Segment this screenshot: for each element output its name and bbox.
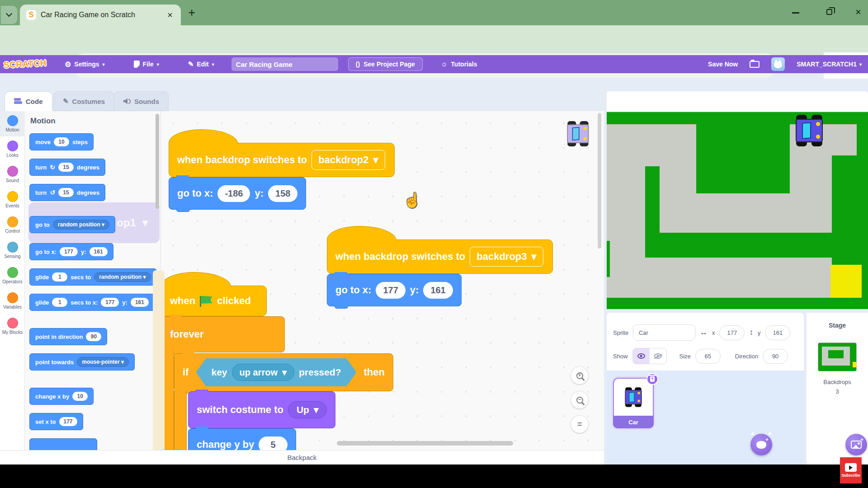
scratch-logo[interactable]: SCRATCH xyxy=(3,58,47,70)
palette-block[interactable]: glide1secs torandom position ▾ xyxy=(29,268,157,286)
tab-sounds[interactable]: Sounds xyxy=(114,91,169,111)
vertical-scrollbar[interactable] xyxy=(598,113,601,249)
block-input[interactable]: 1 xyxy=(52,298,67,307)
see-project-page-button[interactable]: () See Project Page xyxy=(348,57,423,71)
palette-block[interactable]: point towardsmouse-pointer ▾ xyxy=(29,353,135,371)
costume-dropdown[interactable]: Up▾ xyxy=(288,401,327,418)
block-input[interactable]: 177 xyxy=(101,298,119,307)
block-input[interactable]: 161 xyxy=(131,298,149,307)
minimize-button[interactable] xyxy=(792,12,799,14)
delete-sprite-button[interactable] xyxy=(646,373,658,385)
backdrop-dropdown[interactable]: backdrop3▾ xyxy=(470,247,543,267)
block-goto-xy-a[interactable]: go to x: -186 y: 158 xyxy=(169,177,306,210)
palette-block[interactable]: glide1secs to x:177y:161 xyxy=(29,294,155,311)
size-input[interactable]: 65 xyxy=(695,349,721,364)
block-when-flag-clicked[interactable]: when clicked xyxy=(161,286,267,316)
add-sprite-button[interactable]: + xyxy=(750,434,772,455)
palette-block[interactable]: go torandom position ▾ xyxy=(29,216,115,233)
palette-scrollbar[interactable] xyxy=(156,114,159,209)
account-menu[interactable]: SMART_SCRATCH1 ▾ xyxy=(797,61,862,68)
block-input[interactable]: 15 xyxy=(58,163,74,172)
palette-block[interactable]: set x to177 xyxy=(29,413,83,430)
block-key-pressed[interactable]: key up arrow▾ pressed? xyxy=(196,358,356,386)
show-hidden-button[interactable] xyxy=(650,348,666,364)
key-dropdown[interactable]: up arrow▾ xyxy=(232,364,295,381)
value-input[interactable]: 5 xyxy=(259,436,288,450)
block-input[interactable]: 15 xyxy=(58,188,74,197)
backpack-bar[interactable]: Backpack xyxy=(0,450,604,465)
palette-block[interactable]: point in direction90 xyxy=(29,328,107,345)
block-dropdown[interactable]: mouse-pointer ▾ xyxy=(77,357,129,367)
block-input[interactable]: 161 xyxy=(90,247,108,256)
block-input[interactable]: 10 xyxy=(54,137,69,146)
tab-search-button[interactable] xyxy=(1,6,17,24)
save-now-button[interactable]: Save Now xyxy=(708,61,738,68)
horizontal-scrollbar[interactable] xyxy=(337,441,513,446)
block-input[interactable]: 177 xyxy=(60,247,78,256)
y-input[interactable]: 158 xyxy=(268,185,297,202)
palette-block-partial[interactable] xyxy=(29,438,97,450)
y-input[interactable]: 161 xyxy=(423,282,453,299)
palette-block[interactable]: change x by10 xyxy=(29,388,94,405)
zoom-reset-button[interactable]: = xyxy=(571,415,589,433)
block-dropdown[interactable]: random position ▾ xyxy=(94,272,151,282)
block-if-then[interactable]: if key up arrow▾ pressed? then xyxy=(174,353,393,391)
zoom-out-button[interactable] xyxy=(571,391,589,409)
sidebar-item-sound[interactable]: Sound xyxy=(0,162,25,187)
subscribe-badge[interactable]: Subscribe xyxy=(840,457,862,483)
block-dropdown[interactable]: random position ▾ xyxy=(53,220,109,230)
sprite-name-input[interactable] xyxy=(633,324,695,341)
zoom-in-button[interactable] xyxy=(571,366,589,385)
sidebar-item-motion[interactable]: Motion xyxy=(0,111,25,136)
stage-selector-panel[interactable]: Stage Backdrops 3 + xyxy=(807,313,868,465)
show-visible-button[interactable] xyxy=(633,348,650,364)
sidebar-item-my-blocks[interactable]: My Blocks xyxy=(0,314,25,339)
block-switch-costume[interactable]: switch costume to Up▾ xyxy=(188,391,335,428)
backdrop-dropdown[interactable]: backdrop2▾ xyxy=(311,150,385,170)
sidebar-item-sensing[interactable]: Sensing xyxy=(0,238,25,263)
block-input[interactable]: 1 xyxy=(52,272,67,282)
sidebar-item-operators[interactable]: Operators xyxy=(0,263,25,288)
sprite-y-input[interactable]: 161 xyxy=(765,325,790,340)
sidebar-item-events[interactable]: Events xyxy=(0,187,25,212)
sidebar-item-variables[interactable]: Variables xyxy=(0,288,25,314)
palette-block[interactable]: turn↻15degrees xyxy=(29,159,105,176)
edit-menu[interactable]: ✎ Edit ▾ xyxy=(183,55,220,73)
palette-block[interactable]: move10steps xyxy=(29,133,94,150)
stage-canvas[interactable] xyxy=(607,112,868,309)
car-sprite[interactable] xyxy=(794,115,824,146)
close-button[interactable]: × xyxy=(855,7,861,17)
tab-costumes[interactable]: ✎ Costumes xyxy=(53,91,114,111)
block-when-backdrop3[interactable]: when backdrop switches to backdrop3▾ xyxy=(327,239,553,274)
sidebar-item-looks[interactable]: Looks xyxy=(0,136,25,162)
block-when-backdrop2[interactable]: when backdrop switches to backdrop2▾ xyxy=(169,143,395,177)
sidebar-item-control[interactable]: Control xyxy=(0,212,25,238)
browser-tab[interactable]: S Car Racing Game on Scratch × xyxy=(20,5,181,25)
palette-block[interactable]: go to x:177y:161 xyxy=(29,243,113,260)
add-backdrop-button[interactable]: + xyxy=(845,434,867,455)
restore-button[interactable] xyxy=(826,9,832,15)
block-input[interactable]: 90 xyxy=(86,332,101,341)
block-input[interactable]: 177 xyxy=(59,417,77,426)
block-input[interactable]: 10 xyxy=(72,392,88,401)
x-input[interactable]: 177 xyxy=(376,282,405,299)
folder-icon[interactable] xyxy=(750,61,760,68)
code-area[interactable]: when backdrop switches to backdrop2▾ go … xyxy=(161,111,604,450)
settings-menu[interactable]: ⚙ Settings ▾ xyxy=(59,55,110,73)
sprite-card-car[interactable]: Car xyxy=(613,378,654,428)
project-name-input[interactable] xyxy=(231,57,338,71)
block-change-y[interactable]: change y by 5 xyxy=(188,428,296,450)
direction-input[interactable]: 90 xyxy=(763,349,788,364)
backdrop-thumbnail[interactable] xyxy=(818,343,857,371)
file-menu[interactable]: File ▾ xyxy=(128,55,165,73)
palette-block[interactable]: turn↺15degrees xyxy=(29,184,105,201)
x-input[interactable]: -186 xyxy=(217,185,250,202)
tutorials-button[interactable]: ☼ Tutorials xyxy=(441,60,477,69)
tab-close-button[interactable]: × xyxy=(165,10,175,20)
sprite-x-input[interactable]: 177 xyxy=(719,325,745,340)
block-forever[interactable]: forever xyxy=(161,316,285,352)
tab-code[interactable]: Code xyxy=(5,91,52,111)
avatar[interactable] xyxy=(771,57,785,71)
block-goto-xy-b[interactable]: go to x: 177 y: 161 xyxy=(327,274,462,306)
new-tab-button[interactable]: + xyxy=(188,5,195,20)
